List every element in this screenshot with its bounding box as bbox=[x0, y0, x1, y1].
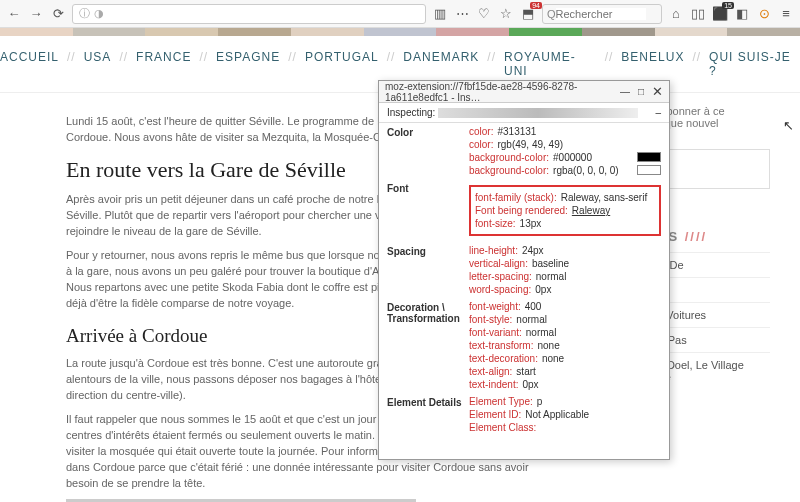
info-icon: ⓘ bbox=[79, 6, 90, 21]
shield-icon: ◑ bbox=[94, 7, 104, 20]
menu-icon[interactable]: ≡ bbox=[778, 6, 794, 22]
prop-value: 13px bbox=[520, 218, 542, 229]
reload-button[interactable]: ⟳ bbox=[50, 6, 66, 22]
prop-key: text-align: bbox=[469, 366, 512, 377]
prop-value: 24px bbox=[522, 245, 544, 256]
prop-value: 0px bbox=[522, 379, 538, 390]
nav-item[interactable]: ESPAGNE bbox=[216, 50, 280, 78]
section-label: Color bbox=[387, 125, 469, 177]
panel-title: moz-extension://7fbf15de-ae28-4596-8278-… bbox=[385, 81, 620, 103]
ext-icon[interactable]: ⬛ bbox=[712, 6, 728, 22]
inspector-panel: moz-extension://7fbf15de-ae28-4596-8278-… bbox=[378, 80, 670, 460]
nav-item[interactable]: PORTUGAL bbox=[305, 50, 379, 78]
sidebar-icon[interactable]: ◧ bbox=[734, 6, 750, 22]
prop-value: 400 bbox=[525, 301, 542, 312]
prop-key: text-decoration: bbox=[469, 353, 538, 364]
prop-key: Element Class: bbox=[469, 422, 536, 433]
nav-item[interactable]: ACCUEIL bbox=[0, 50, 59, 78]
prop-key: text-indent: bbox=[469, 379, 518, 390]
ext2-icon[interactable]: ⊙ bbox=[756, 6, 772, 22]
prop-value: Raleway, sans-serif bbox=[561, 192, 648, 203]
nav-item[interactable]: USA bbox=[84, 50, 112, 78]
prop-key: line-height: bbox=[469, 245, 518, 256]
nav-item[interactable]: ROYAUME-UNI bbox=[504, 50, 597, 78]
prop-value: none bbox=[542, 353, 564, 364]
reader-icon[interactable]: ▥ bbox=[432, 6, 448, 22]
back-button[interactable]: ← bbox=[6, 6, 22, 22]
prop-value: start bbox=[516, 366, 535, 377]
prop-value: Raleway bbox=[572, 205, 610, 216]
section-label: Font bbox=[387, 181, 469, 240]
prop-value: p bbox=[537, 396, 543, 407]
prop-key: font-family (stack): bbox=[475, 192, 557, 203]
inspecting-label: Inspecting: bbox=[387, 107, 435, 118]
heart-icon[interactable]: ♡ bbox=[476, 6, 492, 22]
prop-value: none bbox=[537, 340, 559, 351]
prop-key: background-color: bbox=[469, 152, 549, 163]
prop-key: background-color: bbox=[469, 165, 549, 176]
prop-value: 0px bbox=[535, 284, 551, 295]
prop-key: letter-spacing: bbox=[469, 271, 532, 282]
prop-key: color: bbox=[469, 139, 493, 150]
prop-value: #000000 bbox=[553, 152, 592, 163]
adblock-icon[interactable]: ⬒ bbox=[520, 6, 536, 22]
section-label: Decoration \ Transformation bbox=[387, 300, 469, 391]
minimize-button[interactable]: — bbox=[620, 86, 630, 97]
prop-value: normal bbox=[536, 271, 567, 282]
prop-value: normal bbox=[516, 314, 547, 325]
nav-item[interactable]: QUI SUIS-JE ? bbox=[709, 50, 800, 78]
prop-key: color: bbox=[469, 126, 493, 137]
url-bar[interactable]: ⓘ◑ bbox=[72, 4, 426, 24]
prop-value: rgb(49, 49, 49) bbox=[497, 139, 563, 150]
color-swatch bbox=[637, 165, 661, 175]
prop-value: rgba(0, 0, 0, 0) bbox=[553, 165, 619, 176]
prop-value: normal bbox=[526, 327, 557, 338]
prop-key: text-transform: bbox=[469, 340, 533, 351]
prop-value: Not Applicable bbox=[525, 409, 589, 420]
search-input[interactable] bbox=[556, 8, 646, 20]
maximize-button[interactable]: □ bbox=[638, 86, 644, 97]
prop-value: #313131 bbox=[497, 126, 536, 137]
nav-item[interactable]: FRANCE bbox=[136, 50, 191, 78]
prop-key: word-spacing: bbox=[469, 284, 531, 295]
cursor-icon: ↖ bbox=[783, 118, 794, 133]
prop-key: font-style: bbox=[469, 314, 512, 325]
close-button[interactable]: ✕ bbox=[652, 84, 663, 99]
prop-key: Element ID: bbox=[469, 409, 521, 420]
prop-key: font-variant: bbox=[469, 327, 522, 338]
bookmark-icon[interactable]: ☆ bbox=[498, 6, 514, 22]
more-icon[interactable]: ⋯ bbox=[454, 6, 470, 22]
prop-key: Element Type: bbox=[469, 396, 533, 407]
color-swatch bbox=[637, 152, 661, 162]
prop-key: font-weight: bbox=[469, 301, 521, 312]
section-label: Spacing bbox=[387, 244, 469, 296]
inspect-preview bbox=[438, 108, 638, 118]
forward-button[interactable]: → bbox=[28, 6, 44, 22]
prop-value: baseline bbox=[532, 258, 569, 269]
prop-key: font-size: bbox=[475, 218, 516, 229]
color-stripe bbox=[0, 28, 800, 36]
prop-key: Font being rendered: bbox=[475, 205, 568, 216]
search-bar[interactable]: Q bbox=[542, 4, 662, 24]
prop-key: vertical-align: bbox=[469, 258, 528, 269]
home-icon[interactable]: ⌂ bbox=[668, 6, 684, 22]
nav-item[interactable]: BENELUX bbox=[621, 50, 684, 78]
section-label: Element Details bbox=[387, 395, 469, 434]
nav-item[interactable]: DANEMARK bbox=[403, 50, 479, 78]
library-icon[interactable]: ▯▯ bbox=[690, 6, 706, 22]
